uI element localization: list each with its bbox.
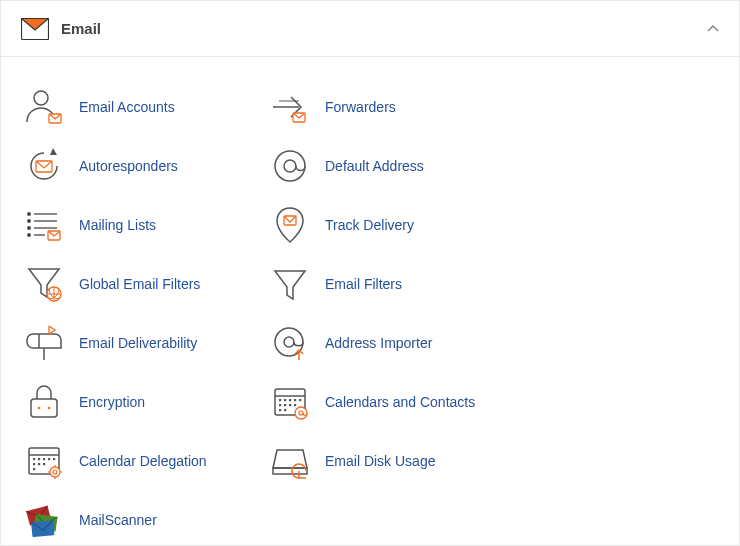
panel-header[interactable]: Email <box>1 1 739 57</box>
svg-rect-30 <box>294 399 296 401</box>
default-address-link[interactable]: Default Address <box>247 136 493 195</box>
panel-title: Email <box>61 20 101 37</box>
svg-point-21 <box>284 337 294 347</box>
chevron-up-icon <box>707 23 719 35</box>
item-label: Global Email Filters <box>79 276 200 292</box>
item-label: Encryption <box>79 394 145 410</box>
track-delivery-link[interactable]: Track Delivery <box>247 195 493 254</box>
item-label: Email Accounts <box>79 99 175 115</box>
lock-icon <box>23 381 65 423</box>
item-label: Address Importer <box>325 335 432 351</box>
item-label: Mailing Lists <box>79 217 156 233</box>
panel-body: Email Accounts Forwarders <box>1 57 739 546</box>
svg-rect-47 <box>33 463 35 465</box>
svg-point-51 <box>50 467 60 477</box>
svg-rect-43 <box>38 458 40 460</box>
email-accounts-link[interactable]: Email Accounts <box>1 77 247 136</box>
calendar-gear-icon <box>23 440 65 482</box>
svg-point-1 <box>34 91 48 105</box>
svg-point-9 <box>28 219 31 222</box>
svg-rect-50 <box>33 468 35 470</box>
item-label: Track Delivery <box>325 217 414 233</box>
envelope-icon <box>21 18 49 40</box>
item-label: Default Address <box>325 158 424 174</box>
svg-rect-42 <box>33 458 35 460</box>
svg-rect-48 <box>38 463 40 465</box>
svg-rect-28 <box>284 399 286 401</box>
svg-rect-22 <box>31 399 57 417</box>
svg-rect-46 <box>53 458 55 460</box>
svg-rect-31 <box>299 399 301 401</box>
item-label: Email Filters <box>325 276 402 292</box>
svg-rect-32 <box>279 404 281 406</box>
item-label: Forwarders <box>325 99 396 115</box>
address-importer-link[interactable]: Address Importer <box>247 313 493 372</box>
at-download-icon <box>269 322 311 364</box>
encryption-link[interactable]: Encryption <box>1 372 247 431</box>
item-label: MailScanner <box>79 512 157 528</box>
mailscanner-link[interactable]: MailScanner <box>1 490 247 546</box>
refresh-envelope-icon <box>23 145 65 187</box>
global-email-filters-link[interactable]: Global Email Filters <box>1 254 247 313</box>
svg-point-11 <box>28 226 31 229</box>
svg-point-38 <box>295 407 307 419</box>
svg-rect-36 <box>279 409 281 411</box>
email-deliverability-link[interactable]: Email Deliverability <box>1 313 247 372</box>
svg-rect-27 <box>279 399 281 401</box>
mailing-lists-link[interactable]: Mailing Lists <box>1 195 247 254</box>
svg-rect-37 <box>284 409 286 411</box>
item-label: Email Disk Usage <box>325 453 435 469</box>
forward-arrow-icon <box>269 86 311 128</box>
calendar-delegation-link[interactable]: Calendar Delegation <box>1 431 247 490</box>
at-symbol-icon <box>269 145 311 187</box>
item-label: Email Deliverability <box>79 335 197 351</box>
svg-rect-29 <box>289 399 291 401</box>
svg-rect-34 <box>289 404 291 406</box>
item-label: Calendar Delegation <box>79 453 207 469</box>
email-filters-link[interactable]: Email Filters <box>247 254 493 313</box>
email-disk-usage-link[interactable]: Email Disk Usage <box>247 431 493 490</box>
user-envelope-icon <box>23 86 65 128</box>
svg-rect-45 <box>48 458 50 460</box>
svg-point-6 <box>284 160 296 172</box>
calendars-contacts-link[interactable]: Calendars and Contacts <box>247 372 493 431</box>
funnel-icon <box>269 263 311 305</box>
autoresponders-link[interactable]: Autoresponders <box>1 136 247 195</box>
disk-usage-icon <box>269 440 311 482</box>
email-panel: Email Email Accounts <box>0 0 740 546</box>
svg-rect-35 <box>294 404 296 406</box>
funnel-globe-icon <box>23 263 65 305</box>
svg-rect-33 <box>284 404 286 406</box>
svg-rect-57 <box>273 468 307 474</box>
svg-point-13 <box>28 233 31 236</box>
mailbox-icon <box>23 322 65 364</box>
svg-point-5 <box>275 151 305 181</box>
pin-envelope-icon <box>269 204 311 246</box>
item-label: Calendars and Contacts <box>325 394 475 410</box>
svg-point-24 <box>48 406 51 409</box>
forwarders-link[interactable]: Forwarders <box>247 77 493 136</box>
svg-point-23 <box>38 406 41 409</box>
calendar-at-icon <box>269 381 311 423</box>
svg-rect-49 <box>43 463 45 465</box>
svg-rect-44 <box>43 458 45 460</box>
svg-point-7 <box>28 212 31 215</box>
item-label: Autoresponders <box>79 158 178 174</box>
list-envelope-icon <box>23 204 65 246</box>
envelopes-stack-icon <box>23 499 65 541</box>
